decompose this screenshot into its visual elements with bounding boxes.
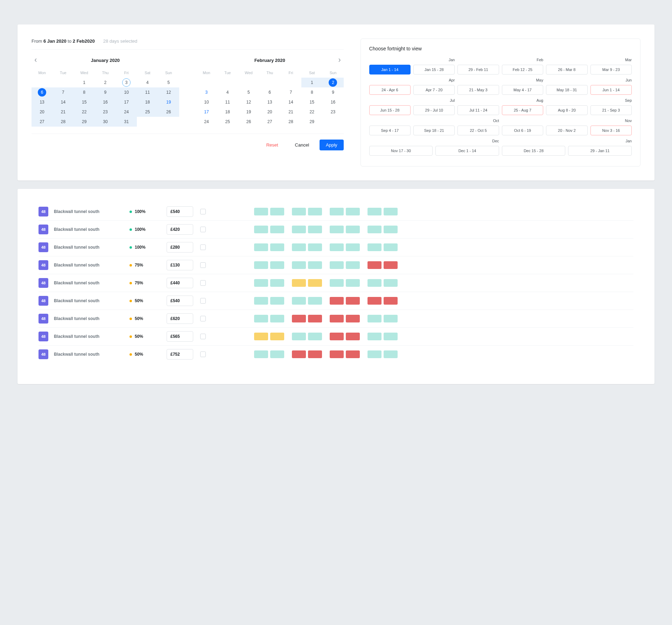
- calendar-day[interactable]: 18: [217, 107, 238, 117]
- calendar-day[interactable]: 14: [52, 97, 74, 107]
- calendar-day[interactable]: 12: [158, 87, 179, 97]
- calendar-day[interactable]: 19: [158, 97, 179, 107]
- fortnight-chip[interactable]: Dec 1 - 14: [435, 146, 499, 156]
- availability-slot[interactable]: [270, 297, 284, 305]
- availability-slot[interactable]: [254, 261, 268, 269]
- availability-slot[interactable]: [254, 333, 268, 340]
- calendar-day[interactable]: 6: [259, 87, 280, 97]
- availability-slot[interactable]: [292, 261, 306, 269]
- availability-slot[interactable]: [368, 297, 382, 305]
- route-name[interactable]: Blackwall tunnel south: [54, 334, 124, 339]
- calendar-day[interactable]: 19: [238, 107, 259, 117]
- availability-slot[interactable]: [330, 208, 344, 215]
- row-checkbox[interactable]: [200, 209, 206, 214]
- availability-slot[interactable]: [254, 315, 268, 322]
- availability-slot[interactable]: [270, 279, 284, 287]
- availability-slot[interactable]: [368, 243, 382, 251]
- calendar-day[interactable]: 22: [301, 107, 322, 117]
- availability-slot[interactable]: [330, 315, 344, 322]
- fortnight-chip[interactable]: Jun 1 - 14: [590, 85, 632, 95]
- availability-slot[interactable]: [384, 315, 398, 322]
- calendar-day[interactable]: 18: [137, 97, 158, 107]
- availability-slot[interactable]: [368, 350, 382, 358]
- availability-slot[interactable]: [292, 297, 306, 305]
- availability-slot[interactable]: [346, 350, 360, 358]
- calendar-day[interactable]: 1: [74, 78, 95, 87]
- price-input[interactable]: [167, 278, 193, 288]
- fortnight-chip[interactable]: 29 - Jul 10: [413, 105, 455, 115]
- fortnight-chip[interactable]: Jan 15 - 28: [413, 65, 455, 74]
- calendar-day[interactable]: 13: [259, 97, 280, 107]
- calendar-day[interactable]: 10: [196, 97, 217, 107]
- calendar-day[interactable]: 27: [31, 117, 52, 127]
- availability-slot[interactable]: [308, 333, 322, 340]
- calendar-day[interactable]: 2: [322, 78, 343, 87]
- calendar-day[interactable]: 8: [301, 87, 322, 97]
- calendar-day[interactable]: 16: [322, 97, 343, 107]
- fortnight-chip[interactable]: 24 - Apr 6: [369, 85, 411, 95]
- availability-slot[interactable]: [292, 315, 306, 322]
- availability-slot[interactable]: [368, 208, 382, 215]
- availability-slot[interactable]: [270, 333, 284, 340]
- calendar-day[interactable]: 9: [322, 87, 343, 97]
- route-name[interactable]: Blackwall tunnel south: [54, 280, 124, 285]
- availability-slot[interactable]: [384, 243, 398, 251]
- availability-slot[interactable]: [292, 226, 306, 233]
- availability-slot[interactable]: [330, 261, 344, 269]
- availability-slot[interactable]: [330, 333, 344, 340]
- availability-slot[interactable]: [308, 279, 322, 287]
- route-name[interactable]: Blackwall tunnel south: [54, 227, 124, 232]
- calendar-day[interactable]: 8: [74, 87, 95, 97]
- availability-slot[interactable]: [346, 243, 360, 251]
- row-checkbox[interactable]: [200, 280, 206, 286]
- availability-slot[interactable]: [308, 226, 322, 233]
- availability-slot[interactable]: [254, 208, 268, 215]
- fortnight-chip[interactable]: 22 - Oct 5: [457, 126, 499, 135]
- calendar-day[interactable]: 1: [301, 78, 322, 87]
- availability-slot[interactable]: [330, 243, 344, 251]
- fortnight-chip[interactable]: Feb 12 - 25: [502, 65, 543, 74]
- calendar-day[interactable]: 17: [116, 97, 137, 107]
- availability-slot[interactable]: [384, 350, 398, 358]
- calendar-day[interactable]: 11: [217, 97, 238, 107]
- fortnight-chip[interactable]: Jan 1 - 14: [369, 65, 411, 74]
- apply-button[interactable]: Apply: [320, 140, 344, 150]
- availability-slot[interactable]: [330, 279, 344, 287]
- availability-slot[interactable]: [292, 350, 306, 358]
- prev-month-button[interactable]: [31, 56, 40, 64]
- calendar-day[interactable]: 7: [52, 87, 74, 97]
- calendar-day[interactable]: 4: [217, 87, 238, 97]
- availability-slot[interactable]: [384, 226, 398, 233]
- availability-slot[interactable]: [330, 226, 344, 233]
- price-input[interactable]: [167, 313, 193, 324]
- calendar-day[interactable]: 16: [95, 97, 116, 107]
- calendar-day[interactable]: 30: [95, 117, 116, 127]
- availability-slot[interactable]: [254, 350, 268, 358]
- fortnight-chip[interactable]: Jun 15 - 28: [369, 105, 411, 115]
- availability-slot[interactable]: [330, 350, 344, 358]
- calendar-day[interactable]: 25: [137, 107, 158, 117]
- fortnight-chip[interactable]: Jul 11 - 24: [457, 105, 499, 115]
- availability-slot[interactable]: [346, 315, 360, 322]
- calendar-day[interactable]: 25: [217, 117, 238, 127]
- availability-slot[interactable]: [346, 226, 360, 233]
- price-input[interactable]: [167, 206, 193, 217]
- calendar-day[interactable]: 27: [259, 117, 280, 127]
- calendar-day[interactable]: 15: [74, 97, 95, 107]
- calendar-day[interactable]: 9: [95, 87, 116, 97]
- availability-slot[interactable]: [254, 279, 268, 287]
- calendar-day[interactable]: 11: [137, 87, 158, 97]
- fortnight-chip[interactable]: 29 - Jan 11: [568, 146, 632, 156]
- calendar-day[interactable]: 23: [322, 107, 343, 117]
- availability-slot[interactable]: [346, 208, 360, 215]
- availability-slot[interactable]: [270, 226, 284, 233]
- fortnight-chip[interactable]: Nov 17 - 30: [369, 146, 433, 156]
- calendar-day[interactable]: 4: [137, 78, 158, 87]
- availability-slot[interactable]: [384, 279, 398, 287]
- availability-slot[interactable]: [292, 333, 306, 340]
- calendar-day[interactable]: 26: [158, 107, 179, 117]
- price-input[interactable]: [167, 349, 193, 360]
- availability-slot[interactable]: [368, 333, 382, 340]
- availability-slot[interactable]: [368, 279, 382, 287]
- availability-slot[interactable]: [292, 279, 306, 287]
